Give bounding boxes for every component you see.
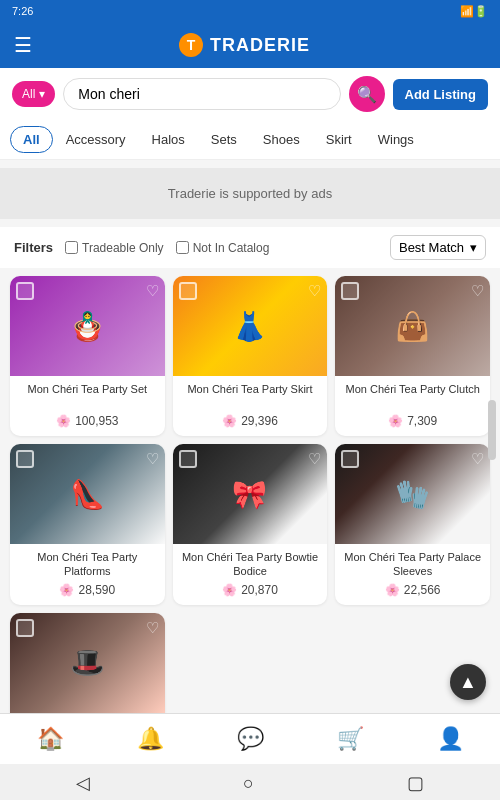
price-icon: 🌸 — [56, 414, 71, 428]
item-select-checkbox[interactable] — [341, 282, 359, 300]
sort-label: Best Match — [399, 240, 464, 255]
item-card[interactable]: ♡ 🪆 Mon Chéri Tea Party Set 🌸 100,953 — [10, 276, 165, 436]
item-heart-icon[interactable]: ♡ — [471, 450, 484, 468]
price-icon: 🌸 — [385, 583, 400, 597]
scroll-indicator — [488, 400, 496, 460]
sort-dropdown[interactable]: Best Match ▾ — [390, 235, 486, 260]
item-select-checkbox[interactable] — [16, 282, 34, 300]
item-card[interactable]: ♡ 🎀 Mon Chéri Tea Party Bowtie Bodice 🌸 … — [173, 444, 328, 605]
category-tab-accessory[interactable]: Accessory — [53, 126, 139, 153]
scroll-top-button[interactable]: ▲ — [450, 664, 486, 700]
price-icon: 🌸 — [59, 583, 74, 597]
item-heart-icon[interactable]: ♡ — [146, 282, 159, 300]
item-info: Mon Chéri Tea Party Skirt 🌸 29,396 — [173, 376, 328, 436]
item-placeholder-icon: 🪆 — [52, 291, 122, 361]
filters-bar: Filters Tradeable Only Not In Catalog Be… — [0, 227, 500, 268]
item-card[interactable]: ♡ 👠 Mon Chéri Tea Party Platforms 🌸 28,5… — [10, 444, 165, 605]
item-card[interactable]: ♡ 👗 Mon Chéri Tea Party Skirt 🌸 29,396 — [173, 276, 328, 436]
hamburger-menu-icon[interactable]: ☰ — [14, 33, 32, 57]
bottom-nav-bell[interactable]: 🔔 — [125, 722, 176, 756]
logo-icon: T — [178, 32, 204, 58]
scroll-top-icon: ▲ — [459, 672, 477, 693]
search-input[interactable] — [63, 78, 340, 110]
bell-icon: 🔔 — [137, 726, 164, 752]
recent-button[interactable]: ▢ — [407, 772, 424, 794]
ad-banner-text: Traderie is supported by ads — [168, 186, 332, 201]
item-price: 🌸 28,590 — [18, 583, 157, 597]
item-price: 🌸 100,953 — [18, 414, 157, 428]
back-button[interactable]: ◁ — [76, 772, 90, 794]
bottom-nav-profile[interactable]: 👤 — [425, 722, 476, 756]
category-tab-halos[interactable]: Halos — [139, 126, 198, 153]
item-name: Mon Chéri Tea Party Platforms — [18, 550, 157, 579]
price-icon: 🌸 — [222, 414, 237, 428]
system-nav: ◁ ○ ▢ — [0, 764, 500, 800]
item-image: ♡ 🪆 — [10, 276, 165, 376]
not-in-catalog-checkbox[interactable] — [176, 241, 189, 254]
bottom-nav-cart[interactable]: 🛒 — [325, 722, 376, 756]
sort-dropdown-icon: ▾ — [470, 240, 477, 255]
item-info: Mon Chéri Tea Party Clutch 🌸 7,309 — [335, 376, 490, 436]
item-name: Mon Chéri Tea Party Bowtie Bodice — [181, 550, 320, 579]
price-value: 28,590 — [78, 583, 115, 597]
item-placeholder-icon: 🎀 — [215, 459, 285, 529]
item-placeholder-icon: 👜 — [378, 291, 448, 361]
item-card[interactable]: ♡ 👜 Mon Chéri Tea Party Clutch 🌸 7,309 — [335, 276, 490, 436]
price-value: 22,566 — [404, 583, 441, 597]
category-tab-wings[interactable]: Wings — [365, 126, 427, 153]
item-name: Mon Chéri Tea Party Set — [18, 382, 157, 410]
item-select-checkbox[interactable] — [179, 282, 197, 300]
item-name: Mon Chéri Tea Party Palace Sleeves — [343, 550, 482, 579]
item-heart-icon[interactable]: ♡ — [308, 282, 321, 300]
category-selector-label: All — [22, 87, 35, 101]
category-tab-sets[interactable]: Sets — [198, 126, 250, 153]
item-image: ♡ 👠 — [10, 444, 165, 544]
add-listing-button[interactable]: Add Listing — [393, 79, 489, 110]
category-tab-skirt[interactable]: Skirt — [313, 126, 365, 153]
bottom-nav-home[interactable]: 🏠 — [25, 722, 76, 756]
item-info: Mon Chéri Tea Party Platforms 🌸 28,590 — [10, 544, 165, 605]
item-placeholder-icon: 👠 — [52, 459, 122, 529]
category-tab-all[interactable]: All — [10, 126, 53, 153]
item-heart-icon[interactable]: ♡ — [146, 450, 159, 468]
item-name: Mon Chéri Tea Party Clutch — [343, 382, 482, 410]
category-selector-button[interactable]: All ▾ — [12, 81, 55, 107]
item-heart-icon[interactable]: ♡ — [471, 282, 484, 300]
items-grid: ♡ 🪆 Mon Chéri Tea Party Set 🌸 100,953 ♡ … — [0, 268, 500, 781]
svg-text:T: T — [187, 37, 196, 53]
search-button[interactable]: 🔍 — [349, 76, 385, 112]
chat-icon: 💬 — [237, 726, 264, 752]
price-icon: 🌸 — [222, 583, 237, 597]
status-time: 7:26 — [12, 5, 33, 17]
item-image: ♡ 👗 — [173, 276, 328, 376]
item-image: ♡ 🎀 — [173, 444, 328, 544]
filters-label: Filters — [14, 240, 53, 255]
item-image: ♡ 🎩 — [10, 613, 165, 713]
item-price: 🌸 7,309 — [343, 414, 482, 428]
category-tab-shoes[interactable]: Shoes — [250, 126, 313, 153]
item-heart-icon[interactable]: ♡ — [308, 450, 321, 468]
item-card[interactable]: ♡ 🧤 Mon Chéri Tea Party Palace Sleeves 🌸… — [335, 444, 490, 605]
not-in-catalog-filter[interactable]: Not In Catalog — [176, 241, 270, 255]
search-icon: 🔍 — [357, 85, 377, 104]
item-select-checkbox[interactable] — [179, 450, 197, 468]
item-name: Mon Chéri Tea Party Skirt — [181, 382, 320, 410]
cart-icon: 🛒 — [337, 726, 364, 752]
tradeable-only-label: Tradeable Only — [82, 241, 164, 255]
bottom-nav: 🏠🔔💬🛒👤 ◁ ○ ▢ — [0, 713, 500, 800]
item-select-checkbox[interactable] — [16, 619, 34, 637]
search-bar: All ▾ 🔍 Add Listing — [0, 68, 500, 120]
item-info: Mon Chéri Tea Party Set 🌸 100,953 — [10, 376, 165, 436]
price-value: 29,396 — [241, 414, 278, 428]
item-select-checkbox[interactable] — [341, 450, 359, 468]
item-select-checkbox[interactable] — [16, 450, 34, 468]
item-heart-icon[interactable]: ♡ — [146, 619, 159, 637]
status-bar: 7:26 📶🔋 — [0, 0, 500, 22]
price-value: 7,309 — [407, 414, 437, 428]
bottom-nav-chat[interactable]: 💬 — [225, 722, 276, 756]
home-button[interactable]: ○ — [243, 773, 254, 794]
tradeable-only-checkbox[interactable] — [65, 241, 78, 254]
tradeable-only-filter[interactable]: Tradeable Only — [65, 241, 164, 255]
profile-icon: 👤 — [437, 726, 464, 752]
item-image: ♡ 🧤 — [335, 444, 490, 544]
